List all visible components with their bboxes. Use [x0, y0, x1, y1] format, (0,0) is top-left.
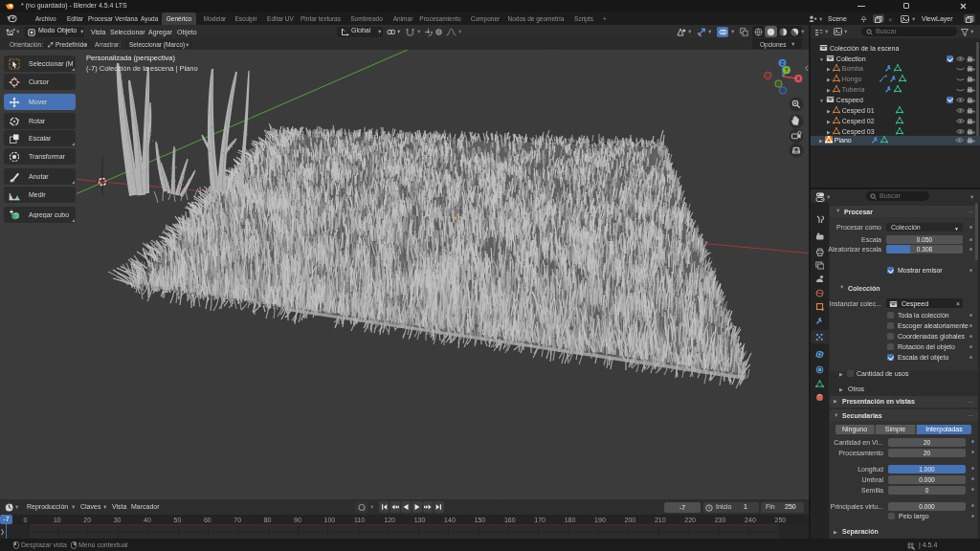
svg-text:Z: Z	[781, 60, 784, 66]
svg-text:Personalizada (perspectiva): Personalizada (perspectiva)	[86, 54, 175, 62]
svg-text:(-7) Colección de la escena |: (-7) Colección de la escena | Plano	[86, 64, 198, 73]
